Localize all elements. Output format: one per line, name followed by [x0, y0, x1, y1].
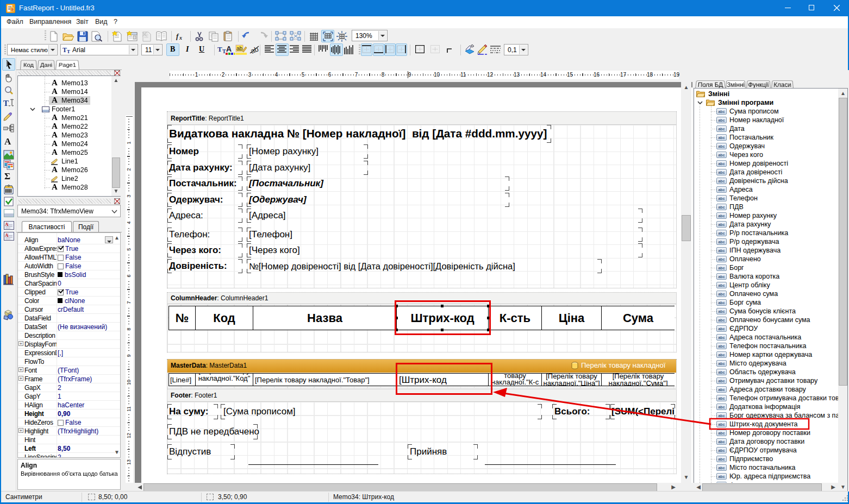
svg-text:9: 9	[11, 7, 14, 12]
svg-text:x: x	[179, 35, 182, 41]
svg-text:T: T	[63, 46, 67, 54]
svg-text:T: T	[217, 45, 222, 53]
svg-text:T: T	[67, 49, 70, 54]
svg-text:ab: ab	[236, 46, 243, 52]
svg-text:A: A	[5, 222, 9, 227]
svg-text:A: A	[5, 232, 9, 238]
svg-text:T: T	[3, 99, 9, 108]
svg-text:A: A	[226, 45, 232, 53]
